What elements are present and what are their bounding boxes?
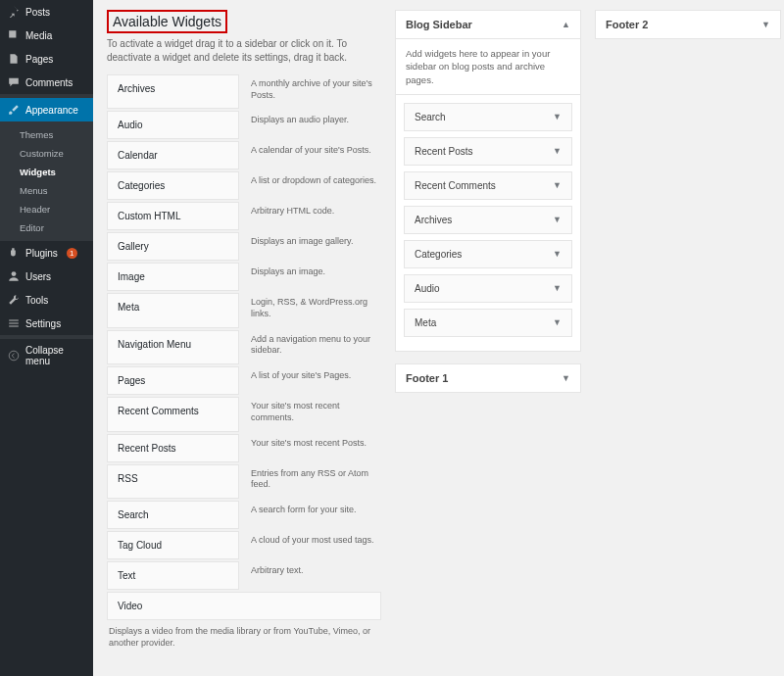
nav-label: Collapse menu	[25, 345, 85, 366]
comment-icon	[8, 76, 20, 88]
widget-description: A list of your site's Pages.	[249, 366, 381, 397]
available-widget[interactable]: Meta	[107, 293, 239, 327]
available-widget[interactable]: Video	[107, 592, 381, 620]
widget-description: A list or dropdown of categories.	[249, 171, 381, 202]
available-widget[interactable]: Calendar	[107, 141, 239, 169]
available-widget[interactable]: Image	[107, 263, 239, 291]
nav-label: Comments	[25, 77, 73, 88]
widget-description: A cloud of your most used tags.	[249, 531, 381, 561]
nav-label: Posts	[25, 7, 50, 18]
area-footer1-header[interactable]: Footer 1 ▼	[395, 363, 581, 393]
available-widget[interactable]: Archives	[107, 74, 239, 109]
area-title: Footer 2	[606, 19, 648, 30]
widget-description: A calendar of your site's Posts.	[249, 141, 381, 171]
nav-label: Users	[25, 271, 51, 282]
submenu-widgets[interactable]: Widgets	[0, 163, 93, 181]
caret-down-icon: ▼	[553, 215, 562, 224]
update-badge: 1	[67, 248, 77, 259]
sidebar-widget[interactable]: Meta▼	[404, 309, 572, 337]
available-widgets-title: Available Widgets	[107, 10, 227, 33]
user-icon	[8, 270, 20, 282]
media-icon	[8, 29, 20, 41]
submenu-editor[interactable]: Editor	[0, 218, 93, 237]
widget-description: Your site's most recent comments.	[249, 397, 381, 433]
nav-plugins[interactable]: Plugins1	[0, 241, 93, 265]
nav-label: Pages	[25, 54, 53, 65]
caret-down-icon: ▼	[553, 283, 562, 293]
wrench-icon	[8, 294, 20, 306]
submenu-themes[interactable]: Themes	[0, 125, 93, 144]
nav-label: Plugins	[25, 248, 58, 259]
widget-description: Displays a video from the media library …	[107, 622, 381, 658]
nav-users[interactable]: Users	[0, 265, 93, 288]
sidebar-widget[interactable]: Archives▼	[404, 206, 572, 234]
widget-description: Arbitrary HTML code.	[249, 202, 381, 232]
available-widget[interactable]: Gallery	[107, 232, 239, 261]
nav-label: Tools	[25, 295, 48, 306]
nav-comments[interactable]: Comments	[0, 71, 93, 94]
area-title: Footer 1	[406, 372, 448, 384]
admin-sidebar: Posts Media Pages Comments Appearance Th…	[0, 0, 93, 676]
available-widget[interactable]: RSS	[107, 464, 239, 499]
available-widgets-grid: ArchivesA monthly archive of your site's…	[107, 74, 381, 658]
available-widget[interactable]: Tag Cloud	[107, 531, 239, 559]
widget-description: Your site's most recent Posts.	[249, 434, 381, 464]
sliders-icon	[8, 317, 20, 329]
area-footer2-header[interactable]: Footer 2 ▼	[595, 10, 781, 39]
caret-down-icon: ▼	[553, 112, 562, 121]
sidebar-widget[interactable]: Categories▼	[404, 240, 572, 268]
caret-down-icon: ▼	[553, 249, 562, 259]
page-icon	[8, 53, 20, 65]
available-widget[interactable]: Audio	[107, 111, 239, 139]
appearance-submenu: Themes Customize Widgets Menus Header Ed…	[0, 121, 93, 241]
sidebar-widget[interactable]: Recent Comments▼	[404, 171, 572, 200]
widget-description: Displays an audio player.	[249, 111, 381, 141]
widget-description: Entries from any RSS or Atom feed.	[249, 464, 381, 501]
nav-posts[interactable]: Posts	[0, 0, 93, 24]
available-widget[interactable]: Search	[107, 501, 239, 529]
caret-down-icon: ▼	[553, 146, 562, 156]
nav-collapse[interactable]: Collapse menu	[0, 339, 93, 372]
widget-description: Displays an image.	[249, 263, 381, 293]
sidebar-widget[interactable]: Search▼	[404, 103, 572, 131]
available-widget[interactable]: Navigation Menu	[107, 330, 239, 364]
area-blog-desc: Add widgets here to appear in your sideb…	[395, 39, 581, 95]
nav-label: Settings	[25, 318, 61, 329]
submenu-menus[interactable]: Menus	[0, 181, 93, 200]
widget-description: A monthly archive of your site's Posts.	[249, 74, 381, 111]
available-widget[interactable]: Recent Posts	[107, 434, 239, 462]
widget-description: Arbitrary text.	[249, 561, 381, 592]
widget-description: Add a navigation menu to your sidebar.	[249, 330, 381, 366]
nav-appearance[interactable]: Appearance	[0, 98, 93, 121]
sidebar-widget[interactable]: Recent Posts▼	[404, 137, 572, 166]
caret-down-icon: ▼	[553, 317, 562, 327]
svg-point-0	[12, 271, 17, 276]
available-widget[interactable]: Pages	[107, 366, 239, 395]
nav-settings[interactable]: Settings	[0, 312, 93, 335]
area-title: Blog Sidebar	[406, 19, 472, 30]
available-widget[interactable]: Custom HTML	[107, 202, 239, 230]
nav-label: Appearance	[25, 105, 78, 116]
sidebar-widget[interactable]: Audio▼	[404, 274, 572, 303]
collapse-icon	[8, 350, 20, 362]
submenu-customize[interactable]: Customize	[0, 144, 93, 163]
nav-pages[interactable]: Pages	[0, 47, 93, 71]
nav-label: Media	[25, 30, 52, 41]
available-widgets-desc: To activate a widget drag it to a sideba…	[107, 37, 381, 65]
pin-icon	[8, 6, 20, 18]
widget-description: A search form for your site.	[249, 501, 381, 531]
brush-icon	[8, 104, 20, 116]
svg-point-1	[9, 351, 19, 361]
area-blog-body: Search▼Recent Posts▼Recent Comments▼Arch…	[395, 95, 581, 352]
plug-icon	[8, 247, 20, 259]
caret-down-icon: ▼	[553, 180, 562, 190]
submenu-header[interactable]: Header	[0, 200, 93, 218]
nav-tools[interactable]: Tools	[0, 288, 93, 312]
available-widget[interactable]: Categories	[107, 171, 239, 200]
caret-down-icon: ▼	[761, 20, 770, 29]
caret-up-icon: ▲	[562, 20, 570, 29]
nav-media[interactable]: Media	[0, 24, 93, 47]
available-widget[interactable]: Text	[107, 561, 239, 590]
area-blog-sidebar-header[interactable]: Blog Sidebar ▲	[395, 10, 581, 39]
available-widget[interactable]: Recent Comments	[107, 397, 239, 431]
